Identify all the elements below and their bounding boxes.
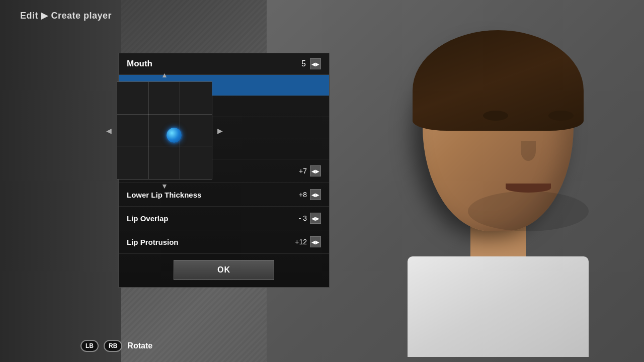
char-mouth xyxy=(506,184,551,193)
grid-cursor[interactable] xyxy=(167,128,182,143)
panel-header-value: 5 ◀▶ xyxy=(301,58,321,69)
lb-badge: LB xyxy=(80,340,99,352)
header-arrow-btn[interactable]: ◀▶ xyxy=(310,58,321,69)
menu-item-value: +12 ◀▶ xyxy=(295,236,321,247)
panel-header: Mouth 5 ◀▶ xyxy=(119,53,329,75)
upper-lip-arrow[interactable]: ◀▶ xyxy=(310,165,321,176)
menu-item-label: Lip Overlap xyxy=(127,214,169,223)
character-model xyxy=(392,30,604,332)
grid-inner xyxy=(117,82,212,179)
upper-lip-value: +7 xyxy=(299,167,307,175)
menu-item-label: Lip Protrusion xyxy=(127,238,179,246)
grid-popup[interactable]: ▲ ▼ ◀ ▶ xyxy=(117,81,212,179)
grid-arrow-left[interactable]: ◀ xyxy=(106,127,112,135)
lower-lip-value: +8 xyxy=(299,191,307,199)
char-jaw-shadow xyxy=(468,191,589,231)
menu-item-lip-overlap[interactable]: Lip Overlap - 3 ◀▶ xyxy=(119,207,329,230)
panel-title: Mouth xyxy=(127,59,152,69)
lip-overlap-arrow[interactable]: ◀▶ xyxy=(310,213,321,224)
char-shirt xyxy=(408,256,589,357)
grid-line-v1 xyxy=(148,82,149,179)
grid-line-h2 xyxy=(117,146,212,146)
grid-lines xyxy=(117,82,212,179)
rotate-label: Rotate xyxy=(127,341,152,350)
menu-item-value: +8 ◀▶ xyxy=(299,189,321,200)
grid-arrow-up[interactable]: ▲ xyxy=(161,71,168,79)
ok-button[interactable]: OK xyxy=(174,260,274,280)
menu-item-lower-lip[interactable]: Lower Lip Thickness +8 ◀▶ xyxy=(119,183,329,207)
grid-line-h1 xyxy=(117,114,212,115)
left-panel xyxy=(0,0,121,362)
lip-protrusion-arrow[interactable]: ◀▶ xyxy=(310,236,321,247)
grid-arrow-down[interactable]: ▼ xyxy=(161,182,168,190)
menu-item-value: +7 ◀▶ xyxy=(299,165,321,176)
char-eye-left xyxy=(483,111,508,121)
breadcrumb: Edit ▶ Create player xyxy=(20,10,112,21)
rb-badge: RB xyxy=(104,340,122,352)
menu-item-label: Lower Lip Thickness xyxy=(127,191,201,199)
menu-item-lip-protrusion[interactable]: Lip Protrusion +12 ◀▶ xyxy=(119,230,329,254)
menu-item-value: - 3 ◀▶ xyxy=(299,213,321,224)
header-value-number: 5 xyxy=(301,59,306,68)
lip-overlap-value: - 3 xyxy=(299,214,307,222)
char-eye-right xyxy=(548,111,574,121)
char-nose xyxy=(521,141,536,161)
lower-lip-arrow[interactable]: ◀▶ xyxy=(310,189,321,200)
bottom-controls: LB RB Rotate xyxy=(80,340,152,352)
grid-arrow-right[interactable]: ▶ xyxy=(217,127,223,135)
lip-protrusion-value: +12 xyxy=(295,238,307,246)
